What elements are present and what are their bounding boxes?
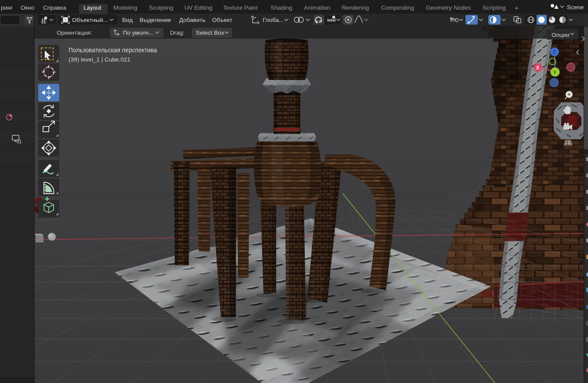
svg-text:Compositing: Compositing bbox=[381, 4, 414, 11]
svg-text:Пользовательская перспектива: Пользовательская перспектива bbox=[69, 47, 157, 54]
svg-text:(39) level_1 | Cube.021: (39) level_1 | Cube.021 bbox=[69, 56, 130, 63]
svg-text:Drag:: Drag: bbox=[170, 29, 184, 36]
svg-text:Добавить: Добавить bbox=[179, 17, 206, 23]
svg-text:По умолч...: По умолч... bbox=[123, 29, 154, 36]
svg-text:Окно: Окно bbox=[21, 4, 34, 11]
svg-text:Y: Y bbox=[553, 70, 556, 75]
svg-text:X: X bbox=[536, 65, 539, 70]
svg-text:Объектный...: Объектный... bbox=[72, 17, 108, 23]
svg-text:Modeling: Modeling bbox=[113, 4, 137, 11]
svg-text:Scripting: Scripting bbox=[483, 4, 506, 11]
svg-text:Ориентация:: Ориентация: bbox=[57, 29, 92, 36]
svg-text:Объект: Объект bbox=[212, 17, 232, 23]
svg-text:Вид: Вид bbox=[122, 17, 133, 23]
svg-text:Animation: Animation bbox=[304, 4, 330, 11]
svg-text:Texture Paint: Texture Paint bbox=[223, 4, 258, 11]
svg-text:Select Box: Select Box bbox=[196, 29, 224, 36]
svg-text:11: 11 bbox=[17, 139, 22, 144]
svg-text:Глоба...: Глоба... bbox=[263, 17, 284, 23]
svg-text:Sculpting: Sculpting bbox=[149, 4, 173, 11]
svg-text:Layout: Layout bbox=[83, 4, 101, 11]
svg-text:ринг: ринг bbox=[1, 4, 13, 11]
svg-text:Scene: Scene bbox=[567, 4, 584, 11]
svg-text:Выделение: Выделение bbox=[140, 17, 171, 23]
svg-text:Geometry Nodes: Geometry Nodes bbox=[426, 4, 471, 11]
svg-text:Опции: Опции bbox=[552, 32, 570, 38]
svg-text:Z: Z bbox=[553, 49, 556, 54]
svg-text:Rendering: Rendering bbox=[342, 4, 369, 11]
svg-text:Shading: Shading bbox=[271, 4, 292, 11]
svg-text:+: + bbox=[515, 4, 519, 11]
svg-text:UV Editing: UV Editing bbox=[184, 4, 213, 11]
svg-text:Справка: Справка bbox=[43, 4, 66, 11]
